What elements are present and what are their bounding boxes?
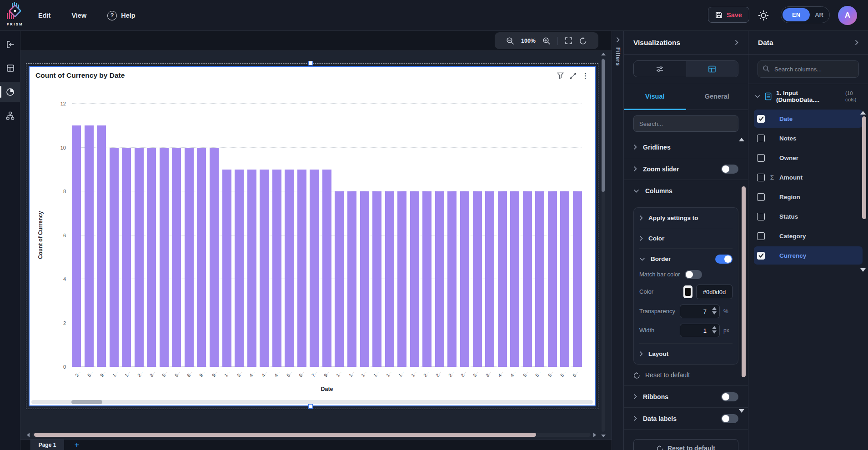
bar[interactable] <box>222 170 231 367</box>
language-en[interactable]: EN <box>783 8 810 21</box>
bar[interactable] <box>422 191 431 367</box>
zoom-out-icon[interactable] <box>506 37 514 45</box>
app-logo[interactable]: PRISM <box>4 1 26 30</box>
bar[interactable] <box>485 191 494 367</box>
selection-handle-top[interactable] <box>308 61 313 65</box>
data-collapse-chevron-icon[interactable] <box>855 40 858 45</box>
filter-funnel-icon[interactable] <box>557 72 564 79</box>
bar[interactable] <box>410 191 419 367</box>
scroll-up-arrow[interactable] <box>601 53 606 55</box>
border-color-swatch[interactable] <box>683 285 692 298</box>
field-checkbox[interactable] <box>757 252 765 260</box>
scroll-hint-down-icon[interactable] <box>860 268 866 272</box>
bar[interactable] <box>185 148 194 367</box>
apply-settings-row[interactable]: Apply settings to <box>639 208 733 228</box>
field-checkbox[interactable] <box>757 174 765 181</box>
section-gridlines[interactable]: Gridlines <box>624 136 748 158</box>
border-color-value[interactable]: #0d0d0d <box>696 285 733 299</box>
width-input[interactable]: 1 <box>680 324 720 337</box>
field-checkbox[interactable] <box>757 115 765 123</box>
data-panel-scrollbar-thumb[interactable] <box>862 116 866 219</box>
section-data-labels[interactable]: Data labels <box>624 408 748 430</box>
scroll-left-arrow[interactable] <box>27 433 30 437</box>
scroll-hint-up-icon[interactable] <box>739 138 744 141</box>
scroll-down-arrow[interactable] <box>601 435 606 437</box>
width-stepper[interactable] <box>712 326 717 334</box>
bar[interactable] <box>548 191 557 367</box>
field-checkbox[interactable] <box>757 213 765 220</box>
save-button[interactable]: Save <box>708 7 749 23</box>
dashboard-layout-icon[interactable] <box>0 58 20 78</box>
section-columns[interactable]: Columns <box>624 180 748 202</box>
field-row[interactable]: Owner <box>754 149 863 167</box>
viz-panel-scrollbar-thumb[interactable] <box>742 186 746 377</box>
scroll-right-arrow[interactable] <box>593 433 596 437</box>
bar[interactable] <box>322 170 331 367</box>
collapse-panel-icon[interactable] <box>0 35 20 55</box>
user-avatar[interactable]: A <box>838 6 857 25</box>
viz-search-input[interactable] <box>633 115 738 132</box>
color-section-row[interactable]: Color <box>639 228 733 249</box>
field-row[interactable]: Σ Amount <box>754 168 863 186</box>
add-page-button[interactable]: + <box>71 440 82 450</box>
field-checkbox[interactable] <box>757 135 765 142</box>
bar[interactable] <box>122 148 131 367</box>
bar[interactable] <box>447 191 457 367</box>
step-up-icon[interactable] <box>712 326 717 329</box>
field-row[interactable]: Date <box>754 110 863 128</box>
more-options-icon[interactable]: ⋮ <box>582 72 589 79</box>
bar[interactable] <box>473 191 482 367</box>
theme-toggle-sun-icon[interactable] <box>758 10 769 21</box>
field-row[interactable]: Status <box>754 207 863 225</box>
bar[interactable] <box>397 191 406 367</box>
chart-horizontal-scrollbar[interactable] <box>31 400 593 404</box>
bar[interactable] <box>573 191 582 367</box>
data-source-row[interactable]: 1. Input (DumboData.... (10 cols) <box>748 84 868 108</box>
bar[interactable] <box>385 191 394 367</box>
zoom-in-icon[interactable] <box>542 37 551 45</box>
field-row[interactable]: Currency <box>754 246 863 265</box>
field-checkbox[interactable] <box>757 232 765 240</box>
bar[interactable] <box>498 191 507 367</box>
bar[interactable] <box>97 125 106 367</box>
tab-visual[interactable]: Visual <box>624 83 686 110</box>
bar[interactable] <box>135 148 144 367</box>
step-down-icon[interactable] <box>712 311 717 315</box>
reset-to-default-button[interactable]: Reset to default <box>633 439 738 450</box>
bar[interactable] <box>272 170 281 367</box>
hscroll-thumb[interactable] <box>34 433 536 437</box>
reset-to-default-link[interactable]: Reset to default <box>624 365 748 386</box>
bar[interactable] <box>110 148 119 367</box>
viz-picker-settings[interactable] <box>634 61 686 77</box>
bar[interactable] <box>285 170 294 367</box>
bar[interactable] <box>360 191 369 367</box>
layout-section-row[interactable]: Layout <box>639 344 733 364</box>
bar[interactable] <box>235 170 244 367</box>
language-toggle[interactable]: EN AR <box>781 6 830 23</box>
zoom-slider-toggle[interactable] <box>721 165 738 174</box>
bar[interactable] <box>147 148 156 367</box>
bar[interactable] <box>260 170 269 367</box>
bar[interactable] <box>297 170 306 367</box>
border-section-row[interactable]: Border <box>639 249 733 269</box>
bar[interactable] <box>172 148 181 367</box>
language-ar[interactable]: AR <box>815 7 823 23</box>
canvas-horizontal-scrollbar[interactable] <box>26 432 597 438</box>
charts-pie-icon[interactable] <box>0 82 20 102</box>
transparency-input[interactable]: 7 <box>680 305 720 318</box>
menu-help[interactable]: ? Help <box>107 11 135 20</box>
border-toggle[interactable] <box>715 255 733 264</box>
bar[interactable] <box>197 148 206 367</box>
field-row[interactable]: Notes <box>754 129 863 147</box>
viz-picker-layout[interactable] <box>686 61 738 77</box>
match-bar-color-toggle[interactable] <box>685 270 702 279</box>
bar[interactable] <box>247 170 256 367</box>
vscroll-thumb[interactable] <box>602 59 605 192</box>
chart-scrollbar-thumb[interactable] <box>71 400 102 404</box>
menu-edit[interactable]: Edit <box>38 12 50 19</box>
chart-widget[interactable]: Count of Currency by Date ⋮ Count of Cur… <box>29 66 596 406</box>
field-row[interactable]: Region <box>754 188 863 206</box>
bar[interactable] <box>523 191 532 367</box>
bar[interactable] <box>560 191 569 367</box>
expand-icon[interactable] <box>570 73 576 79</box>
